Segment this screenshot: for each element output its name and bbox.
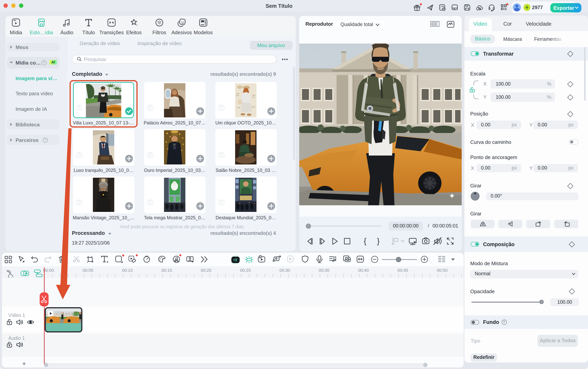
svg-text:AI: AI xyxy=(177,260,179,263)
svg-text:2977: 2977 xyxy=(532,5,543,10)
svg-text:}: } xyxy=(377,237,379,245)
svg-text:T: T xyxy=(259,256,261,258)
svg-text:8: 8 xyxy=(431,8,432,10)
svg-text:{: { xyxy=(364,237,366,245)
